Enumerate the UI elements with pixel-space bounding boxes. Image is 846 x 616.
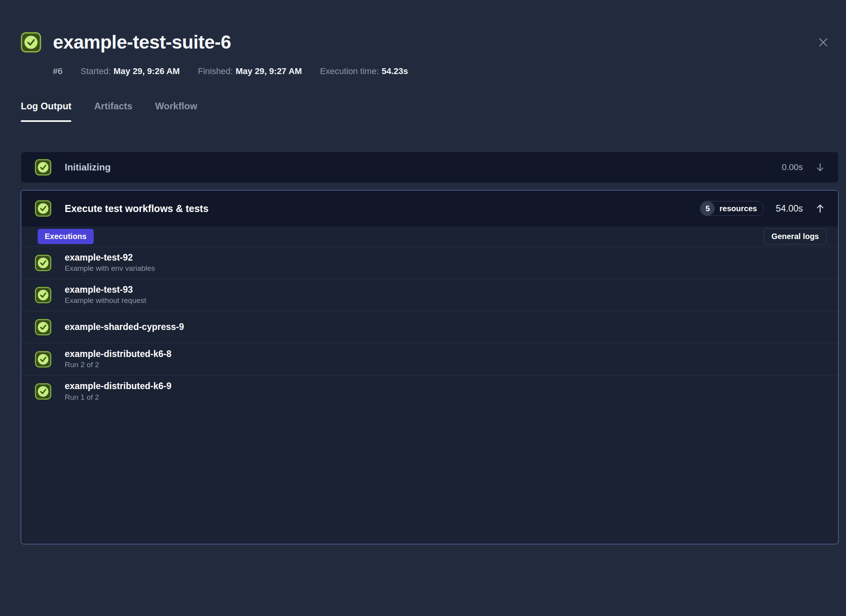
success-status-icon xyxy=(35,383,51,400)
tab-workflow[interactable]: Workflow xyxy=(155,101,198,122)
page-title: example-test-suite-6 xyxy=(53,31,231,53)
success-status-icon xyxy=(35,255,51,271)
chevron-up-icon[interactable] xyxy=(815,203,826,214)
execution-row[interactable]: example-sharded-cypress-9 xyxy=(21,311,838,343)
execution-time: Execution time:54.23s xyxy=(320,66,408,76)
general-logs-button[interactable]: General logs xyxy=(764,228,826,245)
finished-value: May 29, 9:27 AM xyxy=(236,66,302,76)
run-number: #6 xyxy=(53,66,62,76)
execution-time-label: Execution time: xyxy=(320,66,379,76)
started-label: Started: xyxy=(80,66,111,76)
execution-text: example-distributed-k6-9Run 1 of 2 xyxy=(65,381,171,402)
execution-list: example-test-92Example with env variable… xyxy=(21,247,838,544)
execution-text: example-distributed-k6-8Run 2 of 2 xyxy=(65,349,171,370)
executions-toolbar: Executions General logs xyxy=(21,226,838,247)
section-execute-tests-header[interactable]: Execute test workflows & tests 5 resourc… xyxy=(21,190,838,226)
section-duration: 54.00s xyxy=(776,203,803,214)
execution-name: example-distributed-k6-8 xyxy=(65,349,171,360)
execution-row[interactable]: example-distributed-k6-8Run 2 of 2 xyxy=(21,343,838,375)
executions-button[interactable]: Executions xyxy=(38,229,94,244)
resources-badge: 5 resources xyxy=(700,201,764,216)
log-output-panel: Initializing 0.00s Execute test wo xyxy=(21,152,846,544)
execution-text: example-test-92Example with env variable… xyxy=(65,252,155,273)
execution-name: example-test-93 xyxy=(65,284,146,295)
execution-row[interactable]: example-test-93Example without request xyxy=(21,279,838,311)
finished-at: Finished:May 29, 9:27 AM xyxy=(198,66,302,76)
started-value: May 29, 9:26 AM xyxy=(114,66,180,76)
execution-meta: #6 Started:May 29, 9:26 AM Finished:May … xyxy=(53,66,846,76)
execution-row[interactable]: example-test-92Example with env variable… xyxy=(21,247,838,279)
execution-description: Example without request xyxy=(65,296,146,305)
finished-label: Finished: xyxy=(198,66,233,76)
resources-label: resources xyxy=(719,204,757,213)
execution-time-value: 54.23s xyxy=(382,66,408,76)
success-status-icon xyxy=(35,319,51,335)
execution-text: example-sharded-cypress-9 xyxy=(65,322,184,333)
execution-description: Run 2 of 2 xyxy=(65,361,171,370)
execution-description: Example with env variables xyxy=(65,264,155,273)
tab-artifacts[interactable]: Artifacts xyxy=(94,101,132,122)
section-execute-tests: Execute test workflows & tests 5 resourc… xyxy=(21,190,839,544)
modal-header: example-test-suite-6 xyxy=(21,31,846,53)
chevron-down-icon[interactable] xyxy=(815,162,826,173)
success-status-icon xyxy=(35,351,51,368)
section-initializing[interactable]: Initializing 0.00s xyxy=(21,152,839,183)
success-status-icon xyxy=(35,159,51,176)
success-status-icon xyxy=(21,32,41,53)
section-duration: 0.00s xyxy=(782,162,803,172)
tabs: Log OutputArtifactsWorkflow xyxy=(21,101,846,122)
section-title: Execute test workflows & tests xyxy=(65,203,209,214)
execution-name: example-distributed-k6-9 xyxy=(65,381,171,392)
success-status-icon xyxy=(35,287,51,303)
started-at: Started:May 29, 9:26 AM xyxy=(80,66,180,76)
execution-details-modal: example-test-suite-6 #6 Started:May 29, … xyxy=(0,0,846,616)
execution-description: Run 1 of 2 xyxy=(65,393,171,402)
execution-name: example-sharded-cypress-9 xyxy=(65,322,184,333)
execution-name: example-test-92 xyxy=(65,252,155,263)
execution-text: example-test-93Example without request xyxy=(65,284,146,305)
tab-log-output[interactable]: Log Output xyxy=(21,101,71,122)
success-status-icon xyxy=(35,200,51,217)
resources-count: 5 xyxy=(701,201,715,216)
section-title: Initializing xyxy=(65,162,111,173)
close-icon[interactable] xyxy=(815,34,831,50)
execution-row[interactable]: example-distributed-k6-9Run 1 of 2 xyxy=(21,375,838,408)
